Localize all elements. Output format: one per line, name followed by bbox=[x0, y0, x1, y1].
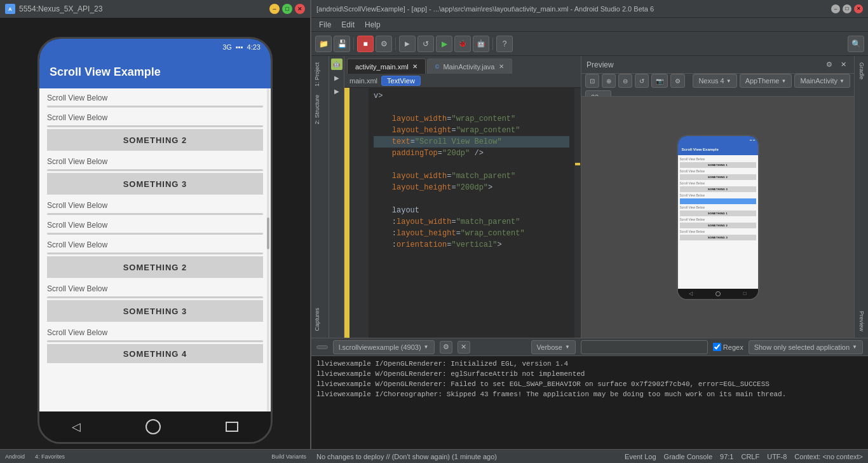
ide-restore-button[interactable]: □ bbox=[843, 4, 851, 13]
event-log-btn[interactable]: Event Log bbox=[625, 453, 656, 460]
show-only-select[interactable]: Show only selected application ▼ bbox=[749, 340, 863, 354]
android-button[interactable]: 🤖 bbox=[473, 36, 489, 52]
toolbar-separator-2 bbox=[395, 38, 396, 50]
mini-nav-bar: ◁ □ bbox=[678, 289, 758, 299]
emulator-body: 3G ▪▪▪ 4:23 Scroll View Example Scroll V… bbox=[0, 18, 310, 463]
side-tab-android[interactable]: Android bbox=[0, 450, 30, 464]
preview-close-button[interactable]: ✕ bbox=[837, 59, 849, 71]
log-line-2: llviewexample W/OpenGLRenderer: eglSurfa… bbox=[316, 369, 863, 379]
phone-battery-icon: ▪▪▪ bbox=[236, 43, 243, 51]
preview-panel: Preview ⚙ ✕ ⊡ ⊕ ⊖ ↺ 📷 ⚙ Nexus 4 ▼ bbox=[581, 56, 854, 338]
preview-zoom-in[interactable]: ⊕ bbox=[602, 74, 616, 88]
side-tab-build[interactable]: Build Variants bbox=[266, 450, 311, 464]
code-lines[interactable]: v> layout_width="wrap_content" layout_he… bbox=[369, 88, 574, 338]
preview-settings-button[interactable]: ⚙ bbox=[824, 59, 835, 71]
something-3-button-2[interactable]: SOMETHING 3 bbox=[47, 300, 263, 322]
search-everywhere-button[interactable]: 🔍 bbox=[848, 36, 864, 52]
scroll-label-8: Scroll View Below bbox=[47, 327, 263, 338]
phone-app-title: Scroll View Example bbox=[50, 66, 161, 79]
save-button[interactable]: 💾 bbox=[334, 36, 350, 52]
build-button[interactable]: ▶ bbox=[399, 36, 416, 52]
question-button[interactable]: ? bbox=[496, 36, 513, 52]
code-line-6: paddingTop="20dp" /> bbox=[374, 148, 569, 159]
minimize-button[interactable]: – bbox=[269, 4, 280, 14]
gradle-console-btn[interactable]: Gradle Console bbox=[664, 453, 712, 460]
code-line-3: layout_width="wrap_content" bbox=[374, 113, 569, 125]
scroll-divider-2 bbox=[47, 125, 263, 127]
nav-home-button[interactable] bbox=[146, 419, 161, 434]
preview-toolbar: ⊡ ⊕ ⊖ ↺ 📷 ⚙ Nexus 4 ▼ AppTheme ▼ MainAct… bbox=[581, 74, 854, 97]
menu-edit[interactable]: Edit bbox=[336, 20, 360, 29]
logcat-settings[interactable]: ⚙ bbox=[440, 341, 452, 354]
logcat-clear[interactable]: ✕ bbox=[458, 341, 470, 354]
run-button[interactable]: ▶ bbox=[436, 36, 452, 52]
verbose-select[interactable]: Verbose ▼ bbox=[531, 340, 576, 354]
side-tab-gradle[interactable]: Gradle bbox=[857, 59, 866, 83]
regex-checkbox-label[interactable]: Regex bbox=[713, 343, 743, 351]
preview-refresh-button[interactable]: ↺ bbox=[635, 74, 649, 88]
textview-chip[interactable]: TextView bbox=[381, 76, 421, 86]
logcat-search-input[interactable] bbox=[581, 340, 708, 354]
preview-zoom-fit[interactable]: ⊡ bbox=[585, 74, 599, 88]
code-line-10 bbox=[374, 193, 569, 205]
encoding-indicator[interactable]: UTF-8 bbox=[767, 453, 787, 460]
process-dropdown[interactable]: l.scrollviewexample (4903) ▼ bbox=[333, 340, 435, 354]
preview-more-button[interactable]: ⚙ bbox=[670, 74, 685, 88]
ide-close-button[interactable]: ✕ bbox=[854, 4, 863, 13]
mini-item-3: Scroll View Below bbox=[680, 181, 756, 186]
close-button[interactable]: ✕ bbox=[295, 4, 305, 14]
toggle-button-1[interactable]: ▶ bbox=[331, 72, 342, 83]
mini-status-bar: ▪▪ ▪▪ bbox=[678, 136, 758, 144]
side-tab-preview-right[interactable]: Preview bbox=[857, 307, 866, 335]
something-2-button-1[interactable]: SOMETHING 2 bbox=[47, 129, 263, 151]
error-mark-1 bbox=[575, 163, 580, 165]
crlf-indicator[interactable]: CRLF bbox=[741, 453, 759, 460]
ide-menu-bar: File Edit Help bbox=[311, 18, 868, 32]
breadcrumb-text: main.xml bbox=[349, 77, 377, 85]
mini-highlight-box bbox=[680, 198, 756, 204]
mini-app-title: Scroll View Example bbox=[682, 148, 719, 151]
sync-button[interactable]: ↺ bbox=[417, 36, 434, 52]
side-tab-structure[interactable]: 2: Structure bbox=[313, 91, 327, 128]
activity-select-button[interactable]: MainActivity ▼ bbox=[794, 74, 850, 88]
preview-content: ▪▪ ▪▪ Scroll View Example Scroll View Be… bbox=[581, 97, 854, 338]
android-icon-button[interactable]: 🤖 bbox=[331, 59, 342, 70]
scroll-divider-8 bbox=[47, 340, 263, 342]
side-tab-favorites[interactable]: 4: Favorites bbox=[30, 450, 70, 464]
side-tab-project[interactable]: 1: Project bbox=[313, 59, 327, 90]
preview-zoom-out[interactable]: ⊖ bbox=[618, 74, 632, 88]
something-3-button-1[interactable]: SOMETHING 3 bbox=[47, 173, 263, 195]
side-tab-captures[interactable]: Captures bbox=[313, 304, 327, 335]
regex-checkbox[interactable] bbox=[713, 343, 721, 351]
mini-btn-5: SOMETHING 2 bbox=[680, 223, 756, 228]
settings-button[interactable]: ⚙ bbox=[376, 36, 392, 52]
show-only-label: Show only selected application bbox=[754, 343, 850, 351]
device-select-button[interactable]: Nexus 4 ▼ bbox=[693, 74, 736, 88]
tab-main-activity[interactable]: © MainActivity.java ✕ bbox=[427, 59, 512, 74]
tab-main-activity-close[interactable]: ✕ bbox=[499, 63, 504, 70]
cursor-position: 97:1 bbox=[720, 453, 733, 460]
toggle-button-2[interactable]: ▶ bbox=[331, 85, 342, 97]
scroll-section-3: Scroll View Below SOMETHING 3 bbox=[39, 155, 271, 198]
nav-recents-button[interactable] bbox=[226, 422, 238, 432]
debug-button[interactable]: 🐞 bbox=[454, 36, 471, 52]
ide-minimize-button[interactable]: – bbox=[831, 4, 840, 13]
mini-btn-2: SOMETHING 2 bbox=[680, 174, 756, 180]
menu-file[interactable]: File bbox=[314, 20, 336, 29]
open-button[interactable]: 📁 bbox=[315, 36, 332, 52]
phone-scroll-content[interactable]: Scroll View Below Scroll View Below SOME… bbox=[39, 88, 271, 411]
theme-select-button[interactable]: AppTheme ▼ bbox=[740, 74, 792, 88]
menu-help[interactable]: Help bbox=[360, 20, 386, 29]
nav-back-button[interactable]: ◁ bbox=[72, 420, 81, 434]
process-label: l.scrollviewexample (4903) bbox=[339, 343, 421, 351]
maximize-button[interactable]: □ bbox=[282, 4, 292, 14]
tab-activity-xml[interactable]: activity_main.xml ✕ bbox=[347, 59, 426, 74]
api-select-button[interactable]: 23 ▼ bbox=[585, 90, 611, 97]
something-2-button-2[interactable]: SOMETHING 2 bbox=[47, 256, 263, 278]
stop-button[interactable]: ■ bbox=[357, 36, 374, 52]
mini-item-7: Scroll View Below bbox=[680, 229, 756, 234]
something-4-button[interactable]: SOMETHING 4 bbox=[47, 344, 263, 363]
emulator-titlebar: A 5554:Nexus_5X_API_23 – □ ✕ bbox=[0, 0, 310, 18]
preview-camera-button[interactable]: 📷 bbox=[651, 74, 668, 88]
tab-activity-xml-close[interactable]: ✕ bbox=[412, 63, 417, 70]
